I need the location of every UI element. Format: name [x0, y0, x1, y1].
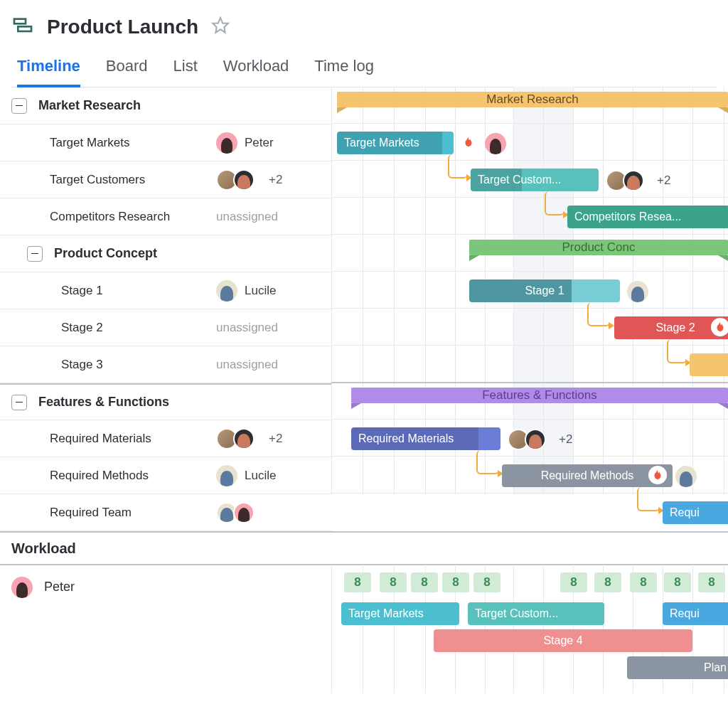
assignee-cell[interactable]: Lucile — [216, 465, 276, 486]
avatar-peter — [11, 577, 33, 598]
svg-rect-0 — [14, 19, 26, 24]
tab-workload[interactable]: Workload — [223, 57, 289, 87]
group-market-research[interactable]: Market Research — [0, 87, 331, 124]
workload-hours: 8 8 8 8 8 8 8 8 8 8 — [331, 572, 728, 594]
group-product-concept[interactable]: Product Concept — [0, 235, 331, 272]
tab-timelog[interactable]: Time log — [314, 57, 374, 87]
task-row[interactable]: Competitors Research unassigned — [0, 198, 331, 235]
avatar-lucile — [627, 281, 648, 302]
unassigned-label: unassigned — [216, 321, 278, 335]
task-bar-required-methods[interactable]: Required Methods — [502, 464, 673, 487]
assignee-cell[interactable]: +2 — [216, 169, 282, 191]
avatar-peter — [485, 133, 506, 154]
collapse-icon[interactable] — [11, 98, 27, 114]
group-bar-market-research[interactable]: Market Research — [337, 92, 728, 113]
task-meta: +2 — [508, 429, 572, 450]
gantt-icon — [11, 14, 34, 40]
task-bar-target-customers[interactable]: Target Custom... — [471, 169, 599, 191]
group-features-functions[interactable]: Features & Functions — [0, 383, 331, 420]
task-row[interactable]: Stage 3 unassigned — [0, 346, 331, 383]
task-row[interactable]: Target Customers +2 — [0, 161, 331, 198]
task-row[interactable]: Stage 1 Lucile — [0, 272, 331, 309]
task-name: Required Methods — [50, 469, 216, 483]
task-meta: +2 — [606, 170, 670, 191]
task-name: Stage 3 — [61, 358, 216, 372]
task-bar-required-team[interactable]: Requi — [663, 501, 728, 524]
task-bar-stage-2[interactable]: Stage 2 — [614, 316, 728, 339]
group-bar-features-functions[interactable]: Features & Functions — [351, 388, 728, 409]
task-bar-required-materials[interactable]: Required Materials — [351, 427, 500, 450]
task-name: Competitors Research — [50, 210, 216, 224]
tab-list[interactable]: List — [173, 57, 198, 87]
star-icon[interactable] — [211, 16, 230, 38]
assignee-cell[interactable]: +2 — [216, 428, 282, 449]
avatar-peter — [216, 132, 237, 154]
task-meta — [485, 133, 506, 154]
task-name: Stage 1 — [61, 284, 216, 298]
task-name: Target Markets — [50, 136, 216, 150]
task-meta — [627, 281, 648, 302]
task-bar-competitors-research[interactable]: Competitors Resea... — [567, 206, 728, 228]
collapse-icon[interactable] — [27, 246, 43, 262]
group-bar-product-concept[interactable]: Product Conc — [469, 240, 728, 261]
person-name: Peter — [44, 577, 75, 595]
task-row[interactable]: Required Team — [0, 494, 331, 531]
task-name: Required Materials — [50, 432, 216, 446]
wl-bar-plan[interactable]: Plan — [627, 656, 728, 679]
task-name: Stage 2 — [61, 321, 216, 335]
view-tabs: Timeline Board List Workload Time log — [11, 57, 717, 87]
wl-bar-stage-4[interactable]: Stage 4 — [434, 629, 692, 652]
task-name: Target Customers — [50, 173, 216, 187]
avatar — [233, 169, 255, 191]
assignee-cell[interactable] — [216, 502, 255, 523]
svg-rect-1 — [18, 26, 31, 31]
assignee-cell[interactable]: Peter — [216, 132, 274, 154]
tab-timeline[interactable]: Timeline — [17, 57, 80, 87]
svg-marker-2 — [213, 18, 228, 33]
task-meta — [675, 466, 697, 487]
unassigned-label: unassigned — [216, 210, 278, 224]
avatar — [233, 428, 255, 449]
wl-bar-target-markets[interactable]: Target Markets — [341, 602, 459, 625]
task-bar-target-markets[interactable]: Target Markets — [337, 132, 454, 154]
tab-board[interactable]: Board — [106, 57, 148, 87]
avatar — [233, 502, 255, 523]
avatar-lucile — [675, 466, 697, 487]
avatar-lucile — [216, 280, 237, 302]
assignee-cell[interactable]: Lucile — [216, 280, 276, 302]
workload-person-row[interactable]: Peter — [0, 565, 331, 693]
task-name: Required Team — [50, 506, 216, 520]
task-row[interactable]: Stage 2 unassigned — [0, 309, 331, 346]
task-row[interactable]: Target Markets Peter — [0, 124, 331, 161]
wl-bar-required-team[interactable]: Requi — [663, 602, 728, 625]
avatar-lucile — [216, 465, 237, 486]
task-bar-stage-3[interactable] — [690, 353, 728, 376]
group-label: Product Concept — [54, 246, 157, 261]
wl-bar-target-customers[interactable]: Target Custom... — [468, 602, 604, 625]
flame-icon — [459, 133, 478, 151]
page-title: Product Launch — [47, 16, 198, 38]
task-row[interactable]: Required Methods Lucile — [0, 457, 331, 494]
task-bar-stage-1[interactable]: Stage 1 — [469, 279, 620, 302]
task-row[interactable]: Required Materials +2 — [0, 420, 331, 457]
group-label: Features & Functions — [38, 395, 169, 410]
unassigned-label: unassigned — [216, 358, 278, 372]
group-label: Market Research — [38, 98, 141, 113]
workload-section-title: Workload — [0, 531, 728, 565]
collapse-icon[interactable] — [11, 395, 27, 410]
